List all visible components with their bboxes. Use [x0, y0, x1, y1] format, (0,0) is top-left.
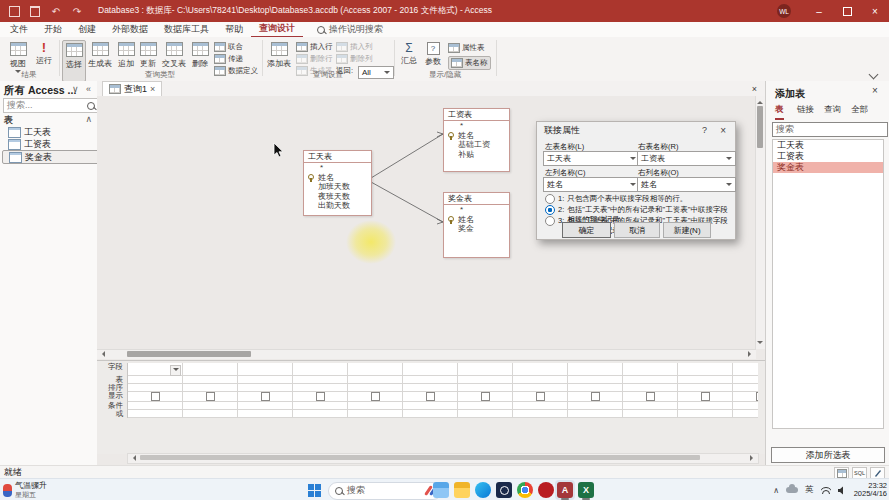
- grid-column[interactable]: [678, 363, 733, 418]
- cancel-button[interactable]: 取消: [614, 222, 660, 238]
- show-checkbox[interactable]: [756, 392, 759, 401]
- grid-column[interactable]: [568, 363, 623, 418]
- grid-cell-table[interactable]: [348, 376, 403, 384]
- grid-cell-sort[interactable]: [348, 384, 403, 392]
- tray-expand-icon[interactable]: ∧: [773, 486, 779, 495]
- add-tab-all[interactable]: 全部: [851, 104, 868, 118]
- show-checkbox[interactable]: [646, 392, 655, 401]
- join-option-1[interactable]: 1:只包含两个表中联接字段相等的行。: [545, 194, 687, 204]
- nav-item-table-selected[interactable]: 奖金表: [2, 150, 101, 164]
- list-item-selected[interactable]: 奖金表: [773, 162, 883, 173]
- grid-column[interactable]: [623, 363, 678, 418]
- right-column-combobox[interactable]: 姓名: [637, 177, 736, 192]
- grid-cell-table[interactable]: [238, 376, 293, 384]
- show-checkbox[interactable]: [316, 392, 325, 401]
- grid-cell-or[interactable]: [403, 410, 458, 418]
- grid-cell-table[interactable]: [293, 376, 348, 384]
- grid-cell-sort[interactable]: [623, 384, 678, 392]
- grid-cell-sort[interactable]: [458, 384, 513, 392]
- minimize-button[interactable]: –: [805, 0, 833, 22]
- tab-database-tools[interactable]: 数据库工具: [156, 22, 217, 37]
- maximize-button[interactable]: [833, 0, 861, 22]
- grid-cell-table[interactable]: [403, 376, 458, 384]
- grid-cell-sort[interactable]: [678, 384, 733, 392]
- canvas-vertical-scrollbar[interactable]: [755, 96, 765, 349]
- grid-column[interactable]: [403, 363, 458, 418]
- undo-icon[interactable]: ↶: [49, 5, 63, 17]
- grid-cell-criteria[interactable]: [348, 402, 403, 410]
- canvas-horizontal-scrollbar[interactable]: [97, 349, 756, 359]
- field-row[interactable]: 基础工资: [444, 140, 509, 150]
- grid-cell-or[interactable]: [458, 410, 513, 418]
- grid-cell-field[interactable]: [623, 363, 678, 376]
- table-names-button[interactable]: 表名称: [448, 56, 491, 70]
- add-tab-links[interactable]: 链接: [797, 104, 814, 118]
- show-checkbox[interactable]: [536, 392, 545, 401]
- folder-icon[interactable]: [454, 482, 470, 498]
- app-icon[interactable]: [496, 482, 512, 498]
- grid-cell-show[interactable]: [568, 392, 623, 402]
- grid-cell-table[interactable]: [183, 376, 238, 384]
- grid-cell-show[interactable]: [733, 392, 758, 402]
- grid-cell-field[interactable]: [128, 363, 183, 376]
- grid-cell-sort[interactable]: [238, 384, 293, 392]
- grid-cell-sort[interactable]: [568, 384, 623, 392]
- excel-taskbar-icon[interactable]: X: [578, 482, 594, 498]
- grid-cell-field[interactable]: [513, 363, 568, 376]
- add-tab-tables[interactable]: 表: [775, 104, 784, 120]
- field-row[interactable]: 姓名: [444, 215, 509, 225]
- grid-cell-show[interactable]: [678, 392, 733, 402]
- insert-columns-button[interactable]: 插入列: [336, 42, 373, 52]
- grid-cell-show[interactable]: [403, 392, 458, 402]
- show-checkbox[interactable]: [591, 392, 600, 401]
- grid-cell-field[interactable]: [183, 363, 238, 376]
- show-checkbox[interactable]: [481, 392, 490, 401]
- grid-cell-or[interactable]: [513, 410, 568, 418]
- delete-columns-button[interactable]: 删除列: [336, 54, 373, 64]
- tab-help[interactable]: 帮助: [217, 22, 251, 37]
- grid-cell-criteria[interactable]: [128, 402, 183, 410]
- grid-cell-or[interactable]: [623, 410, 678, 418]
- ime-indicator[interactable]: 英: [805, 484, 814, 496]
- nav-menu-icon[interactable]: ∨: [72, 84, 79, 94]
- grid-cell-field[interactable]: [348, 363, 403, 376]
- redo-icon[interactable]: ↷: [70, 5, 84, 17]
- grid-cell-or[interactable]: [568, 410, 623, 418]
- nav-shutter-icon[interactable]: «: [86, 84, 91, 94]
- grid-cell-sort[interactable]: [513, 384, 568, 392]
- grid-cell-sort[interactable]: [733, 384, 758, 392]
- grid-cell-show[interactable]: [183, 392, 238, 402]
- grid-cell-table[interactable]: [568, 376, 623, 384]
- grid-cell-show[interactable]: [238, 392, 293, 402]
- query-table-jiangjin[interactable]: 奖金表 * 姓名 奖金: [443, 192, 510, 258]
- tab-create[interactable]: 创建: [70, 22, 104, 37]
- show-checkbox[interactable]: [206, 392, 215, 401]
- tab-close-icon[interactable]: ×: [150, 84, 155, 94]
- grid-cell-show[interactable]: [623, 392, 678, 402]
- chrome-icon[interactable]: [517, 482, 533, 498]
- grid-cell-sort[interactable]: [128, 384, 183, 392]
- grid-column[interactable]: [293, 363, 348, 418]
- grid-cell-criteria[interactable]: [458, 402, 513, 410]
- grid-cell-show[interactable]: [458, 392, 513, 402]
- show-checkbox[interactable]: [371, 392, 380, 401]
- show-checkbox[interactable]: [701, 392, 710, 401]
- tab-external-data[interactable]: 外部数据: [104, 22, 156, 37]
- query-table-title[interactable]: 工天表: [304, 151, 371, 163]
- file-explorer-icon[interactable]: [433, 482, 449, 498]
- grid-cell-sort[interactable]: [183, 384, 238, 392]
- tab-home[interactable]: 开始: [36, 22, 70, 37]
- grid-cell-field[interactable]: [568, 363, 623, 376]
- grid-cell-field[interactable]: [293, 363, 348, 376]
- field-row[interactable]: 奖金: [444, 224, 509, 234]
- grid-cell-sort[interactable]: [403, 384, 458, 392]
- grid-cell-field[interactable]: [733, 363, 758, 376]
- radio-icon[interactable]: [545, 216, 555, 226]
- grid-cell-criteria[interactable]: [733, 402, 758, 410]
- add-tab-queries[interactable]: 查询: [824, 104, 841, 118]
- grid-cell-show[interactable]: [513, 392, 568, 402]
- grid-cell-sort[interactable]: [293, 384, 348, 392]
- grid-cell-table[interactable]: [513, 376, 568, 384]
- query-table-gongzi[interactable]: 工资表 * 姓名 基础工资 补贴: [443, 108, 510, 172]
- help-icon[interactable]: ?: [702, 125, 707, 135]
